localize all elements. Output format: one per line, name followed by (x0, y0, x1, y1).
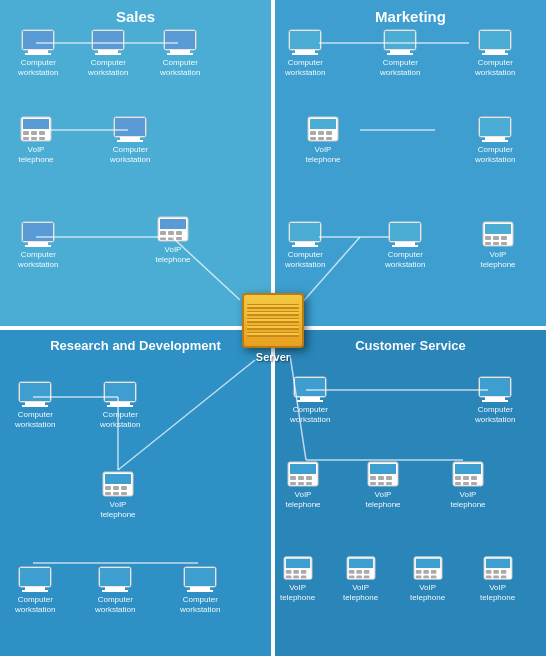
customer-title: Customer Service (275, 330, 546, 353)
mkt-voip-1: VoIPtelephone (305, 115, 341, 164)
cust-voip-1: VoIPtelephone (285, 460, 321, 509)
svg-rect-70 (485, 236, 491, 240)
svg-rect-14 (23, 131, 29, 135)
cust-computer-2: Computerworkstation (475, 375, 515, 424)
mkt-voip-2-label: VoIPtelephone (480, 250, 515, 269)
mkt-computer-6: Computerworkstation (385, 220, 425, 269)
svg-rect-85 (105, 474, 131, 484)
svg-rect-54 (318, 137, 324, 140)
cust-voip-7: VoIPtelephone (480, 555, 515, 602)
svg-rect-10 (167, 53, 193, 55)
svg-rect-166 (493, 576, 499, 579)
sales-title: Sales (0, 0, 271, 25)
svg-rect-58 (482, 140, 508, 142)
res-voip-1-label: VoIPtelephone (100, 500, 135, 519)
svg-rect-1 (28, 50, 48, 53)
svg-rect-95 (20, 568, 50, 586)
main-diagram: Sales Computerworkstation Computerworkst… (0, 0, 546, 656)
cust-voip-2-label: VoIPtelephone (365, 490, 400, 509)
res-computer-5: Computerworkstation (180, 565, 220, 614)
svg-rect-109 (485, 397, 505, 400)
svg-rect-153 (415, 559, 439, 568)
cust-voip-3-label: VoIPtelephone (450, 490, 485, 509)
svg-rect-30 (160, 231, 166, 235)
svg-rect-51 (318, 131, 324, 135)
svg-rect-101 (190, 587, 210, 590)
svg-rect-107 (295, 378, 325, 396)
svg-rect-39 (290, 31, 320, 49)
svg-rect-121 (370, 464, 396, 474)
svg-rect-59 (480, 118, 510, 136)
svg-rect-105 (300, 397, 320, 400)
research-title: Research and Development (0, 330, 271, 353)
svg-rect-165 (485, 576, 491, 579)
svg-rect-116 (306, 476, 312, 480)
svg-rect-17 (23, 137, 29, 140)
marketing-title: Marketing (275, 0, 546, 25)
cust-voip-5-label: VoIPtelephone (343, 583, 378, 602)
svg-rect-29 (160, 219, 186, 229)
svg-rect-141 (285, 576, 291, 579)
svg-rect-156 (430, 570, 436, 574)
svg-rect-106 (297, 400, 323, 402)
res-voip-1: VoIPtelephone (100, 470, 136, 519)
cust-voip-2: VoIPtelephone (365, 460, 401, 509)
svg-rect-23 (115, 118, 145, 136)
sales-computer-5: Computerworkstation (18, 220, 58, 269)
svg-rect-135 (471, 482, 477, 485)
svg-rect-11 (165, 31, 195, 49)
sales-voip-1: VoIPtelephone (18, 115, 54, 164)
mkt-computer-1-label: Computerworkstation (285, 58, 325, 77)
svg-rect-91 (121, 492, 127, 495)
quadrant-marketing: Marketing Computerworkstation Computerwo… (273, 0, 546, 328)
svg-rect-34 (168, 237, 174, 240)
sales-computer-3-label: Computerworkstation (160, 58, 200, 77)
svg-rect-83 (105, 383, 135, 401)
sales-computer-2: Computerworkstation (88, 28, 128, 77)
svg-rect-72 (501, 236, 507, 240)
cust-voip-1-label: VoIPtelephone (285, 490, 320, 509)
res-computer-1: Computerworkstation (15, 380, 55, 429)
svg-rect-52 (326, 131, 332, 135)
svg-rect-97 (105, 587, 125, 590)
sales-computer-1-label: Computerworkstation (18, 58, 58, 77)
mkt-computer-1: Computerworkstation (285, 28, 325, 77)
svg-rect-15 (31, 131, 37, 135)
svg-rect-117 (290, 482, 296, 485)
svg-rect-114 (290, 476, 296, 480)
cust-computer-2-label: Computerworkstation (475, 405, 515, 424)
svg-rect-137 (285, 559, 309, 568)
res-computer-2: Computerworkstation (100, 380, 140, 429)
quadrant-research: Research and Development Computerworksta… (0, 328, 273, 656)
svg-rect-73 (485, 242, 491, 245)
svg-rect-2 (25, 53, 51, 55)
server-center: Server (242, 293, 304, 363)
svg-rect-49 (310, 119, 336, 129)
svg-rect-26 (25, 245, 51, 247)
svg-rect-79 (20, 383, 50, 401)
sales-computer-5-label: Computerworkstation (18, 250, 58, 269)
mkt-computer-6-label: Computerworkstation (385, 250, 425, 269)
svg-rect-146 (348, 570, 354, 574)
cust-computer-1-label: Computerworkstation (290, 405, 330, 424)
svg-rect-138 (285, 570, 291, 574)
svg-rect-142 (293, 576, 299, 579)
svg-rect-43 (385, 31, 415, 49)
svg-rect-7 (93, 31, 123, 49)
svg-rect-122 (370, 476, 376, 480)
cust-computer-1: Computerworkstation (290, 375, 330, 424)
svg-rect-62 (292, 245, 318, 247)
svg-rect-65 (395, 242, 415, 245)
svg-rect-115 (298, 476, 304, 480)
svg-rect-78 (22, 405, 48, 407)
svg-rect-77 (25, 402, 45, 405)
cust-voip-6: VoIPtelephone (410, 555, 445, 602)
res-computer-4-label: Computerworkstation (95, 595, 135, 614)
res-computer-4: Computerworkstation (95, 565, 135, 614)
svg-rect-89 (105, 492, 111, 495)
svg-rect-158 (423, 576, 429, 579)
sales-computer-1: Computerworkstation (18, 28, 58, 77)
sales-computer-3: Computerworkstation (160, 28, 200, 77)
svg-rect-41 (390, 50, 410, 53)
svg-rect-167 (500, 576, 506, 579)
